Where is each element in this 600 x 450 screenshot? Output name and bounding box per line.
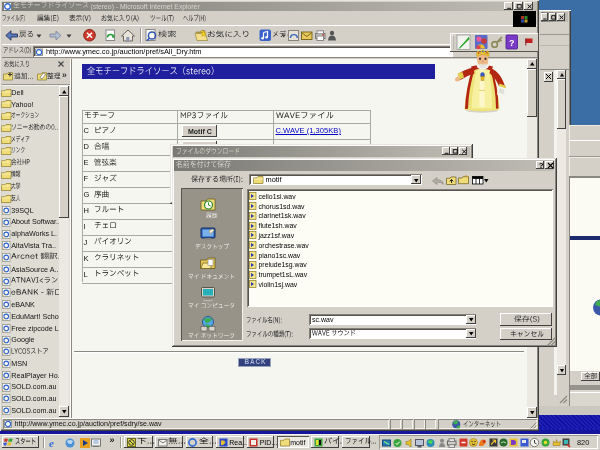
svg-text:e: e — [49, 437, 54, 449]
svg-text:?: ? — [508, 37, 514, 47]
svg-text:?: ? — [538, 161, 543, 170]
